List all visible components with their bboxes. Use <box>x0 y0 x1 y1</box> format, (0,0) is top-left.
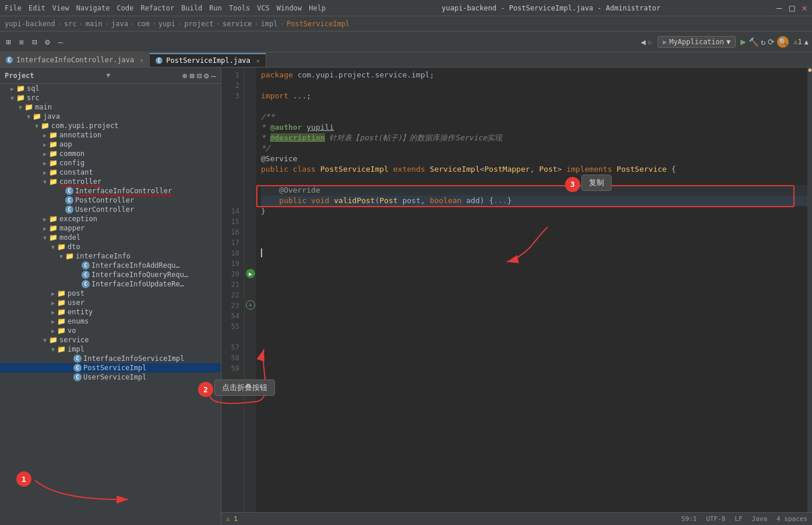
minimize-button[interactable]: — <box>776 2 782 13</box>
menu-run[interactable]: Run <box>209 4 222 12</box>
toolbar-expand-button[interactable]: ▲ <box>804 38 809 46</box>
breadcrumb-part[interactable]: impl <box>261 20 278 28</box>
menu-view[interactable]: View <box>52 4 69 12</box>
tree-item-java[interactable]: ▼ 📁 java <box>0 112 221 121</box>
tree-item-mapper[interactable]: ▶ 📁 mapper <box>0 224 221 233</box>
tree-item-user-service-impl[interactable]: ▶ C UserServiceImpl <box>0 373 221 382</box>
tree-item-exception[interactable]: ▶ 📁 exception <box>0 214 221 224</box>
editor-content[interactable]: 1 2 3 4 5 6 7 8 9 10 11 12 13 14 15 16 1… <box>221 68 812 512</box>
toolbar-icon-back[interactable]: ◀ <box>641 37 645 47</box>
status-line-ending[interactable]: LF <box>735 515 742 523</box>
tree-item-src[interactable]: ▼ 📁 src <box>0 93 221 102</box>
tree-item-impl[interactable]: ▼ 📁 impl <box>0 345 221 354</box>
tab-close-button[interactable]: ✕ <box>256 58 260 64</box>
tree-item-interfaceinfo-update[interactable]: ▶ C InterfaceInfoUpdateRe… <box>0 279 221 289</box>
build-button[interactable]: 🔨 <box>749 37 758 47</box>
code-line-19: @Service <box>261 154 807 164</box>
breadcrumb-part[interactable]: com <box>137 20 150 28</box>
toolbar-icon-settings[interactable]: ⚙ <box>43 36 52 48</box>
reload-button[interactable]: ⟳ <box>768 37 775 47</box>
tree-item-annotation[interactable]: ▶ 📁 annotation <box>0 130 221 140</box>
sidebar-dropdown[interactable]: ▼ <box>106 72 110 79</box>
tree-item-vo[interactable]: ▶ 📁 vo <box>0 326 221 335</box>
tree-item-user-controller[interactable]: ▶ C UserController <box>0 205 221 214</box>
breadcrumb-part[interactable]: yupi-backend <box>5 20 55 28</box>
menu-file[interactable]: File <box>5 4 22 12</box>
tree-item-common[interactable]: ▶ 📁 common <box>0 149 221 158</box>
search-button[interactable]: 🔍 <box>777 36 789 48</box>
menu-vcs[interactable]: VCS <box>257 4 270 12</box>
tree-item-com-yupi[interactable]: ▼ 📁 com.yupi.project <box>0 121 221 130</box>
tree-item-aop[interactable]: ▶ 📁 aop <box>0 140 221 149</box>
folder-icon: 📁 <box>65 252 74 260</box>
tree-item-sql[interactable]: ▶ 📁 sql <box>0 84 221 93</box>
tree-item-post-controller[interactable]: ▶ C PostController <box>0 196 221 205</box>
sidebar-action-locate[interactable]: ⊕ <box>182 71 187 80</box>
toolbar-icon-structure[interactable]: ⊞ <box>3 36 13 48</box>
menu-code[interactable]: Code <box>117 4 134 12</box>
scrollbar-track[interactable] <box>807 68 812 512</box>
tree-item-enums[interactable]: ▶ 📁 enums <box>0 317 221 326</box>
menu-window[interactable]: Window <box>277 4 302 12</box>
main-content: Project ▼ ⊕ ⊞ ⊟ ⚙ — ▶ 📁 sql ▼ 📁 <box>0 68 812 525</box>
sidebar-action-expand[interactable]: ⊞ <box>189 71 194 80</box>
tree-item-main[interactable]: ▼ 📁 main <box>0 102 221 112</box>
breadcrumb-part[interactable]: yupi <box>158 20 175 28</box>
sidebar-action-settings[interactable]: ⚙ <box>204 71 209 80</box>
tab-post-service-impl[interactable]: C PostServiceImpl.java ✕ <box>150 53 266 67</box>
window-title: yuapi-backend - PostServiceImpl.java - A… <box>442 4 661 12</box>
toolbar-icon-list[interactable]: ≡ <box>16 36 26 48</box>
breadcrumb-sep: › <box>152 20 156 28</box>
sidebar-action-collapse[interactable]: ⊟ <box>197 71 202 80</box>
warning-indicator[interactable]: ⚠1 <box>793 38 802 46</box>
status-warning[interactable]: ⚠ 1 <box>226 515 238 523</box>
tab-interface-info-controller[interactable]: C InterfaceInfoController.java ✕ <box>0 53 150 67</box>
folder-icon: 📁 <box>49 224 58 232</box>
breadcrumb-part[interactable]: service <box>223 20 252 28</box>
menu-navigate[interactable]: Navigate <box>76 4 110 12</box>
tree-item-controller[interactable]: ▼ 📁 controller <box>0 177 221 186</box>
breadcrumb-part[interactable]: src <box>64 20 77 28</box>
close-button[interactable]: ✕ <box>802 2 807 13</box>
gutter-run-icon[interactable]: ▶ <box>246 269 255 278</box>
status-indent[interactable]: 4 spaces <box>776 515 807 523</box>
menu-tools[interactable]: Tools <box>229 4 250 12</box>
toolbar-icon-collapse[interactable]: ⊟ <box>30 36 39 48</box>
tree-item-config[interactable]: ▶ 📁 config <box>0 158 221 168</box>
tree-item-interfaceinfo-add[interactable]: ▶ C InterfaceInfoAddRequ… <box>0 261 221 270</box>
breadcrumb-part[interactable]: main <box>86 20 103 28</box>
sidebar-action-minimize[interactable]: — <box>211 71 216 80</box>
sync-button[interactable]: ↻ <box>761 37 765 47</box>
tree-item-dto[interactable]: ▼ 📁 dto <box>0 242 221 251</box>
run-button[interactable]: ▶ <box>740 36 746 47</box>
tree-item-interfaceinfo[interactable]: ▼ 📁 interfaceInfo <box>0 251 221 261</box>
tree-item-interfaceinfo-service-impl[interactable]: ▶ C InterfaceInfoServiceImpl <box>0 354 221 363</box>
tree-arrow: ▶ <box>49 318 57 325</box>
tree-item-interfaceinfo-query[interactable]: ▶ C InterfaceInfoQueryRequ… <box>0 270 221 279</box>
toolbar-icon-minimize[interactable]: — <box>56 36 65 48</box>
maximize-button[interactable]: □ <box>789 2 795 13</box>
status-encoding[interactable]: UTF-8 <box>706 515 725 523</box>
tree-item-model[interactable]: ▼ 📁 model <box>0 233 221 242</box>
tree-item-entity[interactable]: ▶ 📁 entity <box>0 307 221 317</box>
tree-item-interface-info-controller[interactable]: ▶ C InterfaceInfoController <box>0 186 221 196</box>
code-editor[interactable]: package com.yupi.project.service.impl; i… <box>256 68 812 512</box>
breadcrumb-part[interactable]: java <box>111 20 128 28</box>
breadcrumb-part[interactable]: project <box>184 20 214 28</box>
status-language[interactable]: Java <box>752 515 768 523</box>
tree-item-constant[interactable]: ▶ 📁 constant <box>0 168 221 177</box>
tree-arrow: ▶ <box>49 300 57 306</box>
menu-refactor[interactable]: Refactor <box>140 4 174 12</box>
tree-item-post[interactable]: ▶ 📁 post <box>0 289 221 298</box>
gutter-add-icon[interactable]: + <box>246 300 255 310</box>
breadcrumb-part[interactable]: PostServiceImpl <box>287 20 349 28</box>
run-configuration[interactable]: ▶ MyApplication ▼ <box>658 36 736 48</box>
tree-item-service[interactable]: ▼ 📁 service <box>0 335 221 345</box>
tree-item-user[interactable]: ▶ 📁 user <box>0 298 221 307</box>
menu-help[interactable]: Help <box>309 4 326 12</box>
tab-close-button[interactable]: ✕ <box>140 57 143 63</box>
tree-item-post-service-impl[interactable]: ▶ C PostServiceImpl <box>0 363 221 373</box>
menu-build[interactable]: Build <box>181 4 202 12</box>
menu-edit[interactable]: Edit <box>29 4 45 12</box>
toolbar-icon-forward[interactable]: ▶ <box>648 37 652 47</box>
